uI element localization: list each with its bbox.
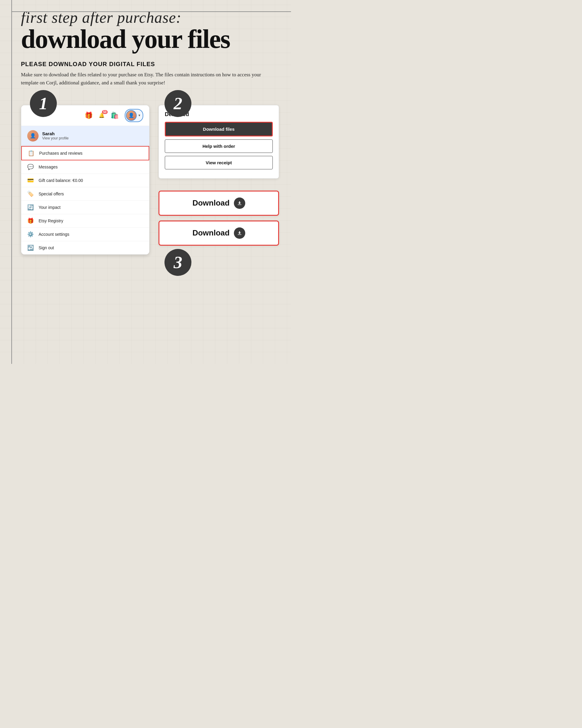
etsy-registry-icon: 🎁 [27,217,34,224]
top-border [11,11,291,12]
user-name: Sarah [42,131,69,136]
step1-number: 1 [30,90,57,117]
gift-icon: 🎁 [85,112,93,120]
special-offers-item[interactable]: 🏷️ Special offers [21,187,149,201]
download-panel: Download Download [159,190,279,246]
etsy-registry-item[interactable]: 🎁 Etsy Registry [21,214,149,228]
left-border [11,0,12,364]
gift-card-label: Gift card balance: €0.00 [38,178,83,183]
messages-item[interactable]: 💬 Messages [21,160,149,174]
gift-card-icon: 💳 [27,177,34,184]
step2-number: 2 [164,90,191,117]
header-section: first step after purchase: download your… [21,6,279,55]
step1-column: 1 🎁 🔔 50 🛍️ 👤 ▼ [21,96,150,255]
your-impact-label: Your impact [38,205,60,210]
bold-title: download your files [21,26,279,52]
dropdown-user-row[interactable]: 👤 Sarah View your profile [21,126,149,146]
special-offers-icon: 🏷️ [27,190,34,197]
purchases-reviews-item[interactable]: 📋 Purchases and reviews [21,146,149,160]
description-body: Make sure to download the files related … [21,71,278,87]
download-button-1[interactable]: Download [159,190,279,216]
description-heading: PLEASE DOWNLOAD YOUR DIGITAL FILES [21,61,279,68]
download-icon-1 [234,198,245,209]
gift-card-item[interactable]: 💳 Gift card balance: €0.00 [21,174,149,187]
messages-label: Messages [38,164,58,170]
help-with-order-button[interactable]: Help with order [165,139,273,153]
dropdown-arrow-icon: ▼ [138,114,141,117]
download-label-2: Download [192,228,230,238]
account-settings-icon: ⚙️ [27,231,34,238]
etsy-registry-label: Etsy Registry [38,218,63,223]
user-avatar-topbar: 👤 [126,110,137,121]
notification-count: 50 [102,110,108,114]
user-avatar-dropdown: 👤 [27,130,38,141]
avatar-wrapper[interactable]: 👤 ▼ [125,109,143,122]
etsy-mockup: 🎁 🔔 50 🛍️ 👤 ▼ 👤 [21,105,150,255]
etsy-dropdown: 👤 Sarah View your profile 📋 Purchases an… [21,126,149,254]
account-settings-label: Account settings [38,232,70,237]
step3-number: 3 [164,249,191,276]
download-files-button[interactable]: Download files [165,122,273,136]
sign-out-item[interactable]: ↩️ Sign out [21,241,149,254]
steps-area: 1 🎁 🔔 50 🛍️ 👤 ▼ [21,96,279,255]
notification-badge[interactable]: 🔔 50 [99,112,105,118]
download-button-2[interactable]: Download [159,220,279,246]
view-profile-label: View your profile [42,136,69,140]
step3-wrapper: 3 Download Download [159,182,279,251]
user-info: Sarah View your profile [42,131,69,140]
messages-icon: 💬 [27,164,34,170]
sign-out-label: Sign out [38,245,54,250]
purchases-reviews-label: Purchases and reviews [39,151,83,156]
download-icon-2 [234,227,245,239]
page-wrapper: www.marryful.org first step after purcha… [0,0,291,364]
sign-out-icon: ↩️ [27,244,34,251]
purchases-icon: 📋 [28,150,35,156]
right-column: 2 Delivered Download files Help with ord… [159,96,279,251]
cart-icon: 🛍️ [111,112,119,120]
step2-wrapper: 2 Delivered Download files Help with ord… [159,96,279,179]
special-offers-label: Special offers [38,191,64,196]
your-impact-item[interactable]: 🔄 Your impact [21,201,149,214]
view-receipt-button[interactable]: View receipt [165,156,273,170]
your-impact-icon: 🔄 [27,204,34,211]
download-label-1: Download [192,199,230,208]
account-settings-item[interactable]: ⚙️ Account settings [21,228,149,241]
description-section: PLEASE DOWNLOAD YOUR DIGITAL FILES Make … [21,61,279,87]
